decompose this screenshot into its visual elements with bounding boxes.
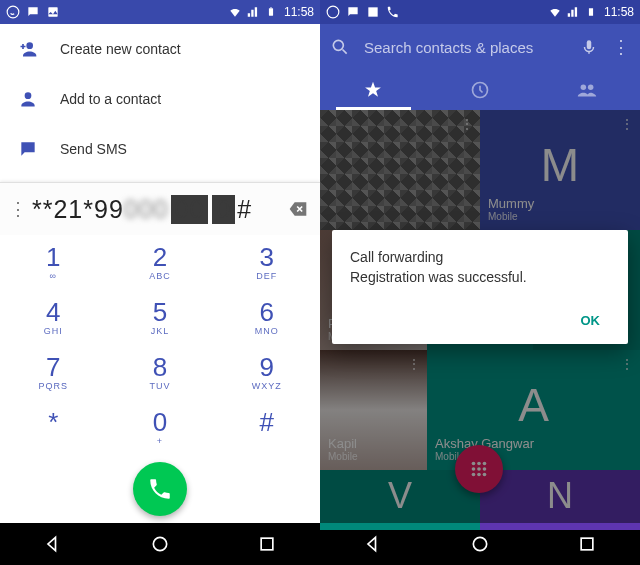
svg-point-15 (588, 85, 594, 91)
search-icon (330, 37, 350, 57)
contacts-grid: ⋮ ⋮ M Mummy Mobile ⋮ Papa Mobile ⋮ Dimpl… (320, 110, 640, 523)
option-label: Add to a contact (60, 91, 161, 107)
call-button[interactable] (133, 462, 187, 516)
contact-options: Create new contact Add to a contact Send… (0, 24, 320, 174)
add-to-contact-option[interactable]: Add to a contact (0, 74, 320, 124)
tabs (320, 70, 640, 110)
key-1[interactable]: 1∞ (0, 235, 107, 290)
key-9[interactable]: 9WXYZ (213, 345, 320, 400)
signal-icon (246, 5, 260, 19)
svg-rect-12 (587, 40, 592, 49)
dial-overflow-menu[interactable]: ⋮ (4, 198, 32, 220)
svg-point-6 (153, 537, 166, 550)
wifi-icon (228, 5, 242, 19)
call-forwarding-dialog: Call forwarding Registration was success… (332, 230, 628, 344)
dialog-line2: Registration was successful. (350, 268, 610, 288)
svg-rect-9 (368, 7, 377, 16)
nav-back[interactable] (363, 534, 383, 554)
search-bar[interactable]: Search contacts & places ⋮ (320, 24, 640, 70)
status-time: 11:58 (604, 5, 634, 19)
signal-icon (566, 5, 580, 19)
dialed-number[interactable]: **21*99000000# (32, 195, 284, 224)
status-time: 11:58 (284, 5, 314, 19)
nav-back[interactable] (43, 534, 63, 554)
battery-icon (264, 5, 278, 19)
svg-rect-10 (589, 8, 593, 16)
nav-bar (0, 523, 320, 565)
dialog-line1: Call forwarding (350, 248, 610, 268)
key-0[interactable]: 0+ (107, 400, 214, 455)
gallery-icon (366, 5, 380, 19)
tab-recents[interactable] (427, 70, 534, 110)
tab-contacts[interactable] (533, 70, 640, 110)
person-icon (18, 89, 38, 109)
svg-point-8 (327, 6, 339, 18)
svg-rect-3 (270, 7, 272, 8)
status-bar: 11:58 (320, 0, 640, 24)
dialog-ok-button[interactable]: OK (571, 305, 611, 336)
nav-home[interactable] (470, 534, 490, 554)
backspace-button[interactable] (284, 199, 312, 219)
nav-home[interactable] (150, 534, 170, 554)
message-icon (346, 5, 360, 19)
key-4[interactable]: 4GHI (0, 290, 107, 345)
search-input[interactable]: Search contacts & places (364, 39, 566, 56)
phone-screen-contacts: 11:58 Search contacts & places ⋮ ⋮ ⋮ M M… (320, 0, 640, 565)
mic-icon[interactable] (580, 38, 598, 56)
person-add-icon (18, 39, 38, 59)
phone-screen-dialer: 11:58 Create new contact Add to a contac… (0, 0, 320, 565)
whatsapp-icon (326, 5, 340, 19)
key-#[interactable]: # (213, 400, 320, 455)
message-icon (26, 5, 40, 19)
svg-point-0 (7, 6, 19, 18)
svg-point-4 (26, 42, 33, 49)
phone-icon (386, 5, 400, 19)
gallery-icon (46, 5, 60, 19)
overflow-menu-icon[interactable]: ⋮ (612, 36, 630, 58)
option-label: Send SMS (60, 141, 127, 157)
key-6[interactable]: 6MNO (213, 290, 320, 345)
svg-rect-2 (269, 8, 273, 16)
option-label: Create new contact (60, 41, 181, 57)
key-7[interactable]: 7PQRS (0, 345, 107, 400)
create-contact-option[interactable]: Create new contact (0, 24, 320, 74)
key-5[interactable]: 5JKL (107, 290, 214, 345)
svg-point-11 (333, 40, 343, 50)
svg-point-5 (25, 92, 32, 99)
svg-rect-1 (48, 7, 57, 16)
key-*[interactable]: * (0, 400, 107, 455)
dial-display: ⋮ **21*99000000# (0, 183, 320, 235)
sms-icon (18, 139, 38, 159)
battery-icon (584, 5, 598, 19)
key-2[interactable]: 2ABC (107, 235, 214, 290)
nav-recents[interactable] (577, 534, 597, 554)
nav-recents[interactable] (257, 534, 277, 554)
send-sms-option[interactable]: Send SMS (0, 124, 320, 174)
svg-rect-26 (581, 538, 593, 550)
wifi-icon (548, 5, 562, 19)
tab-favorites[interactable] (320, 70, 427, 110)
key-3[interactable]: 3DEF (213, 235, 320, 290)
key-8[interactable]: 8TUV (107, 345, 214, 400)
dialpad-area: ⋮ **21*99000000# 1∞2ABC3DEF4GHI5JKL6MNO7… (0, 182, 320, 523)
svg-rect-7 (261, 538, 273, 550)
svg-point-14 (580, 85, 586, 91)
status-bar: 11:58 (0, 0, 320, 24)
whatsapp-icon (6, 5, 20, 19)
keypad: 1∞2ABC3DEF4GHI5JKL6MNO7PQRS8TUV9WXYZ*0+# (0, 235, 320, 455)
svg-point-25 (473, 537, 486, 550)
